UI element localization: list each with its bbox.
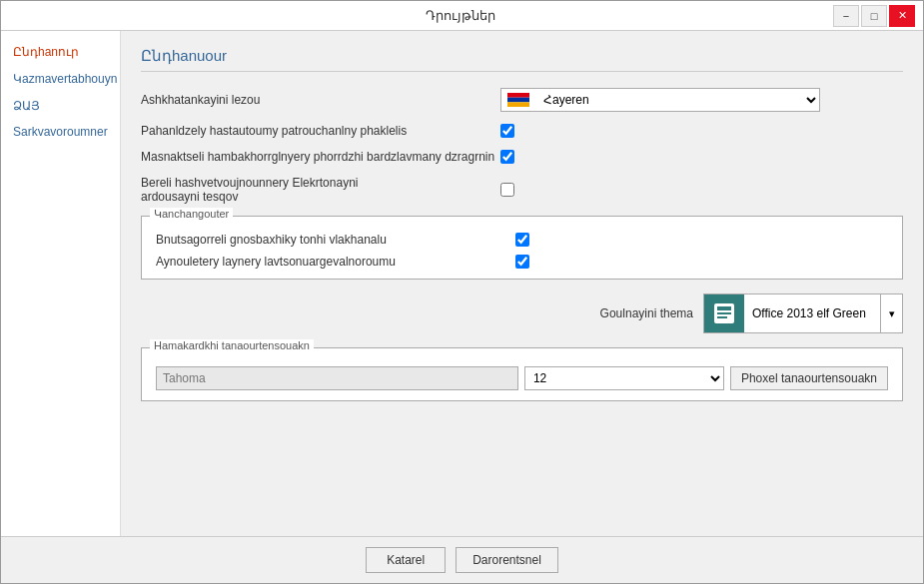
checkbox1-label: Pahanldzely hastautoumy patrouchanlny ph… [141, 124, 500, 138]
checkbox3-row: Bereli hashvetvoujnounnery Elekrtonaynia… [141, 176, 903, 204]
bottom-bar: Katarel Darorentsnel [1, 536, 923, 583]
font-group-box: Hamakardkhi tanaourtensouakn 12 8 9 10 1… [141, 347, 903, 401]
svg-rect-1 [507, 98, 529, 103]
apply-button[interactable]: Darorentsnel [456, 547, 558, 573]
checkbox3-label: Bereli hashvetvoujnounnery Elekrtonaynia… [141, 176, 500, 204]
armenia-flag-icon [501, 93, 535, 107]
font-name-input[interactable] [156, 366, 518, 390]
svg-rect-2 [507, 102, 529, 107]
theme-row: Goulnayini thema Office 2013 elf Green ▾ [141, 293, 903, 333]
main-window: Դրույթներ − □ ✕ Ընդhanուր Կazmavertabhou… [0, 0, 924, 584]
kanch-group-title: Կanchangouter [150, 208, 233, 221]
sidebar-item-appearance[interactable]: Sarkvavoroumner [1, 119, 120, 146]
window-title: Դրույթներ [87, 8, 833, 23]
main-content-area: Ընդhanuour Ashkhatankayini lezou [121, 31, 923, 536]
kanch-checkbox1-row: Bnutsagorreli gnosbaxhiky tonhi vlakhana… [156, 233, 888, 247]
checkbox2-row: Masnaktseli hambakhorrglnyery phorrdzhi … [141, 150, 903, 164]
close-button[interactable]: ✕ [889, 5, 915, 27]
sidebar-item-general[interactable]: Ընդhanուր [1, 39, 120, 66]
minimize-button[interactable]: − [833, 5, 859, 27]
svg-rect-4 [717, 306, 731, 310]
checkbox3-input[interactable] [500, 183, 514, 197]
checkbox2-label: Masnaktseli hambakhorrglnyery phorrdzhi … [141, 150, 500, 164]
kanch-checkbox2-row: Aynouletery laynery lavtsonuargevalnorou… [156, 255, 888, 269]
checkbox1-input[interactable] [500, 124, 514, 138]
window-body: Ընդhanուր Կazmavertabhouyn ՁԱՅ Sarkvavor… [1, 31, 923, 536]
theme-label: Goulnayini thema [600, 306, 693, 320]
checkbox2-control [500, 150, 514, 164]
kanch-checkbox2-label: Aynouletery laynery lavtsonuargevalnorou… [156, 255, 515, 269]
kanch-checkbox1-input[interactable] [515, 233, 529, 247]
sidebar: Ընդhanուր Կazmavertabhouyn ՁԱՅ Sarkvavor… [1, 31, 121, 536]
theme-select-wrapper[interactable]: Office 2013 elf Green ▾ [703, 293, 903, 333]
office-icon [704, 294, 744, 332]
svg-rect-5 [717, 312, 731, 314]
svg-rect-0 [507, 93, 529, 98]
kanch-checkbox2-control [515, 255, 529, 269]
maximize-button[interactable]: □ [861, 5, 887, 27]
font-size-select[interactable]: 12 8 9 10 11 14 16 18 20 24 [524, 366, 724, 390]
cancel-button[interactable]: Katarel [366, 547, 446, 573]
theme-name: Office 2013 elf Green [744, 306, 880, 320]
theme-dropdown-arrow[interactable]: ▾ [880, 294, 902, 332]
sidebar-item-voice[interactable]: ՁԱՅ [1, 93, 120, 120]
checkbox2-input[interactable] [500, 150, 514, 164]
kanch-checkbox1-label: Bnutsagorreli gnosbaxhiky tonhi vlakhana… [156, 233, 515, 247]
language-control: Հayeren [500, 88, 820, 112]
font-section-title: Hamakardkhi tanaourtensouakn [150, 339, 314, 351]
title-bar: Դրույթներ − □ ✕ [1, 1, 923, 31]
choose-font-button[interactable]: Phoxel tanaourtensouakn [730, 366, 888, 390]
svg-rect-6 [717, 316, 727, 318]
language-dropdown[interactable]: Հayeren [535, 89, 819, 111]
section-heading: Ընդhanuour [141, 47, 903, 72]
kanch-checkbox2-input[interactable] [515, 255, 529, 269]
window-controls: − □ ✕ [833, 5, 915, 27]
checkbox1-control [500, 124, 514, 138]
kanch-group-box: Կanchangouter Bnutsagorreli gnosbaxhiky … [141, 216, 903, 280]
language-row: Ashkhatankayini lezou Հayeren [141, 88, 903, 112]
language-select-wrapper[interactable]: Հayeren [500, 88, 820, 112]
font-row: 12 8 9 10 11 14 16 18 20 24 Phoxel tanao… [156, 366, 888, 390]
checkbox1-row: Pahanldzely hastautoumy patrouchanlny ph… [141, 124, 903, 138]
checkbox3-control [500, 183, 514, 197]
sidebar-item-spelling[interactable]: Կazmavertabhouyn [1, 66, 120, 93]
language-label: Ashkhatankayini lezou [141, 93, 500, 107]
kanch-checkbox1-control [515, 233, 529, 247]
